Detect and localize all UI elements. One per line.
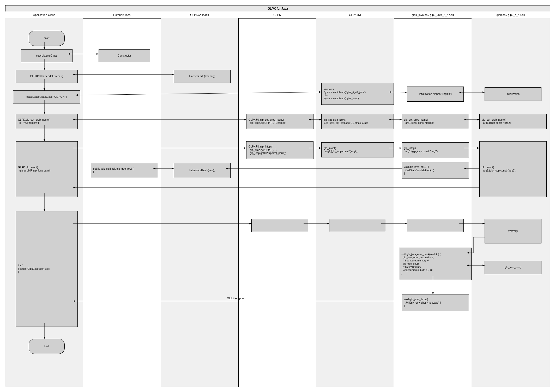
lane-body-1 [83, 18, 161, 387]
node-intopt-so-a: glp_intopt( arg1,(glp_iocp const *)arg2)… [402, 142, 469, 157]
node-constructor: Constructor [99, 49, 150, 62]
node-intopt-app: GLPK.glp_intopt( glp_prob P, glp_iocp pa… [16, 141, 78, 197]
diagram-title-text: GLPK for Java [268, 7, 288, 10]
node-load-class: classLoader.loadClass("GLPKJNI") [13, 90, 80, 103]
node-jni-load: Windows: System.loadLibrary("glpk_4_47_j… [321, 83, 394, 105]
lane-header-0: Application Class [5, 11, 83, 19]
node-end: End [29, 339, 65, 354]
node-new-listener: new ListenerClass [21, 49, 73, 62]
node-intopt-so-b: glp_intopt( arg1,(glp_iocp const *)arg2)… [479, 141, 547, 197]
node-try-catch: try { } catch (GlpkException ex) { } [16, 211, 78, 327]
node-intopt-jni: glp_intopt( arg1,(glp_iocp const *)arg2)… [321, 142, 394, 157]
node-empty-jni [329, 219, 386, 232]
lane-header-6: glpk.so / glpk_4_47.dll [472, 11, 550, 19]
node-listeners-add: listeners.add(listener); [174, 70, 231, 83]
node-xerror: xerrror() [485, 219, 541, 243]
node-empty-so-a [407, 219, 464, 232]
node-set-prob-jni: glp_set_prob_name( long jarg1, glp_prob … [321, 114, 394, 129]
node-init-b: Intialization [485, 87, 541, 101]
node-start: Start [29, 31, 65, 46]
lane-body-5 [394, 18, 472, 387]
node-java-cb: void glp_java_cb(...) { CallStaticVoidMe… [402, 162, 469, 179]
lane-header-2: GLPKCallback [161, 11, 239, 19]
ellipsis-3: ... [43, 201, 45, 204]
lane-body-3 [238, 18, 316, 387]
node-java-throw: void glp_java_throw( JNIEnv *env, char *… [402, 295, 469, 311]
diagram-title: GLPK for Java [5, 5, 550, 12]
node-error-hook: void glp_java_error_hook(void *in) { glp… [399, 248, 472, 280]
node-set-prob-so-b: glp_set_prob_name( arg1,(char const *)ar… [479, 114, 547, 129]
lane-header-5: glpk_java.so / glpk_java_4_47.dll [394, 11, 472, 19]
lane-header-3: GLPK [238, 11, 316, 19]
node-add-listener: GLPKCallback.addListener() [16, 70, 78, 83]
edge-label-glpk-exception: GlpkException [227, 297, 245, 300]
node-listener-callback: public void callback(glp_tree tree) { } [91, 163, 158, 178]
lane-header-4: GLPKJNI [316, 11, 394, 19]
node-free-env: glp_free_env() [485, 261, 541, 274]
lane-header-1: ListenerClass [83, 11, 161, 19]
diagram-canvas: GLPK for Java Application Class Listener… [0, 0, 555, 392]
node-init-a: Intialization dlopen("libglpk") [407, 87, 464, 102]
ellipsis-1: ... [43, 106, 45, 109]
lane-body-6 [472, 18, 550, 387]
lane-body-4 [316, 18, 394, 387]
node-set-prob-so-a: glp_set_prob_name( arg1,(char const *)ar… [402, 114, 469, 129]
node-intopt-glpk: GLPKJNI.glp_intopt( glp_prob.getCPtr(P),… [246, 141, 313, 159]
node-set-prob-app: GLPK.glp_set_prob_name( lp, "myProblem")… [16, 114, 78, 129]
node-callback-invoke: listener.callback(tree); [174, 163, 231, 178]
node-set-prob-glpk: GLPKJNI.glp_set_prob_name( glp_prob.getC… [246, 114, 313, 129]
ellipsis-2: ... [43, 132, 45, 135]
node-empty-glpk [251, 219, 308, 232]
